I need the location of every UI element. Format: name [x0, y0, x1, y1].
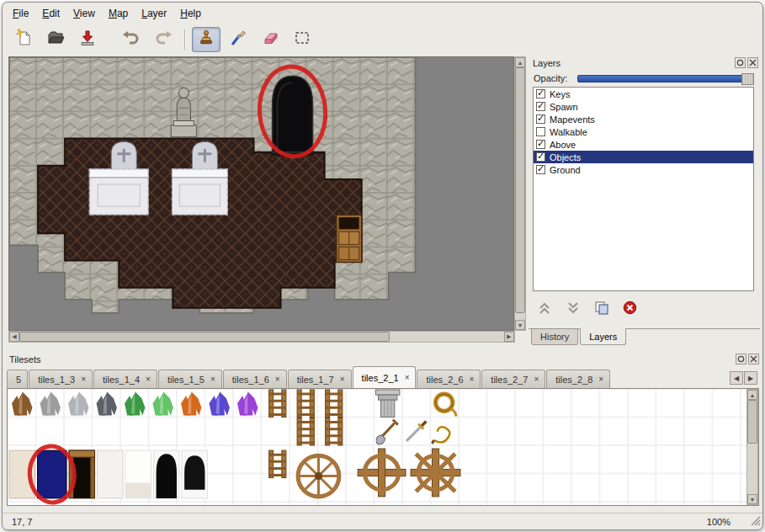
- layer-row-selected[interactable]: Objects: [534, 151, 753, 163]
- new-file-icon: [14, 29, 33, 51]
- tab-close-icon[interactable]: ×: [81, 375, 86, 384]
- tileset-art-svg: [8, 389, 746, 505]
- tileset-tab-label: tiles_2_1: [362, 373, 399, 383]
- tileset-tab[interactable]: tiles_2_7×: [481, 370, 545, 388]
- layer-checkbox[interactable]: [536, 127, 545, 136]
- move-layer-down-icon[interactable]: [566, 301, 581, 318]
- cursor-coordinates: 17, 7: [12, 517, 32, 527]
- tab-scroll-left-icon[interactable]: ◀: [730, 371, 743, 385]
- tab-scroll-arrows: ◀ ▶: [730, 371, 757, 385]
- menu-layer[interactable]: Layer: [135, 5, 173, 22]
- layer-checkbox[interactable]: [536, 140, 545, 149]
- undo-icon: [122, 29, 141, 50]
- layer-label: Walkable: [550, 127, 587, 137]
- tab-close-icon[interactable]: ×: [210, 375, 215, 384]
- layer-checkbox[interactable]: [536, 152, 545, 162]
- tileset-tab-label: 5: [16, 375, 21, 385]
- resize-grip[interactable]: [750, 515, 761, 528]
- layers-panel: Layers Opacity: Keys Spawn Mapevent: [529, 56, 760, 348]
- scroll-thumb[interactable]: [515, 67, 525, 313]
- layer-row[interactable]: Spawn: [534, 100, 753, 113]
- redo-button[interactable]: [149, 27, 178, 52]
- tab-layers[interactable]: Layers: [580, 328, 626, 345]
- tab-close-icon[interactable]: ×: [598, 375, 603, 384]
- tileset-tab-label: tiles_2_8: [555, 375, 592, 385]
- tileset-tabbar: 5 tiles_1_3× tiles_1_4× tiles_1_5× tiles…: [7, 364, 727, 388]
- layer-checkbox[interactable]: [536, 114, 545, 124]
- layer-row[interactable]: Keys: [534, 88, 753, 100]
- map-vertical-scrollbar[interactable]: ▲ ▼: [514, 56, 526, 331]
- delete-layer-icon[interactable]: [623, 301, 637, 318]
- scroll-right-icon[interactable]: ▶: [504, 332, 514, 342]
- layer-label: Mapevents: [550, 114, 595, 125]
- tab-scroll-right-icon[interactable]: ▶: [744, 371, 757, 385]
- tileset-tab[interactable]: tiles_1_5×: [158, 370, 222, 388]
- layer-checkbox[interactable]: [536, 165, 545, 174]
- layer-checkbox[interactable]: [536, 102, 545, 111]
- layer-row[interactable]: Mapevents: [534, 113, 753, 125]
- tab-history[interactable]: History: [531, 329, 578, 345]
- scroll-up-icon[interactable]: ▲: [515, 57, 525, 67]
- duplicate-layer-icon[interactable]: [594, 301, 609, 318]
- menu-view[interactable]: View: [66, 5, 102, 22]
- undo-button[interactable]: [117, 27, 146, 52]
- scroll-up-icon[interactable]: ▲: [747, 390, 757, 400]
- scroll-track[interactable]: [515, 67, 525, 320]
- layer-row[interactable]: Walkable: [534, 125, 753, 138]
- menu-help[interactable]: Help: [173, 5, 208, 22]
- tileset-tab[interactable]: 5: [7, 370, 28, 388]
- float-panel-icon[interactable]: [735, 57, 746, 68]
- map-canvas[interactable]: [8, 56, 514, 331]
- scroll-thumb[interactable]: [19, 332, 390, 342]
- tileset-tab[interactable]: tiles_1_4×: [93, 370, 157, 388]
- scroll-thumb[interactable]: [747, 400, 757, 444]
- scroll-track[interactable]: [19, 332, 504, 342]
- save-map-button[interactable]: [73, 27, 102, 52]
- scroll-left-icon[interactable]: ◀: [9, 332, 19, 342]
- select-tool-button[interactable]: [288, 27, 316, 52]
- new-map-button[interactable]: [9, 27, 38, 52]
- tileset-tab[interactable]: tiles_1_7×: [288, 370, 352, 388]
- layer-toolbar: [537, 301, 637, 318]
- layer-row[interactable]: Above: [534, 138, 753, 151]
- save-icon: [78, 29, 97, 51]
- layer-checkbox[interactable]: [536, 89, 545, 98]
- menu-file[interactable]: File: [6, 5, 35, 22]
- tab-close-icon[interactable]: ×: [534, 375, 539, 384]
- menu-edit[interactable]: Edit: [35, 5, 66, 22]
- tab-close-icon[interactable]: ×: [275, 375, 280, 384]
- opacity-slider[interactable]: [577, 75, 754, 82]
- tileset-tab[interactable]: tiles_1_6×: [223, 370, 287, 388]
- eraser-tool-button[interactable]: [256, 27, 284, 52]
- tileset-vertical-scrollbar[interactable]: ▲ ▼: [746, 389, 758, 505]
- brush-tool-button[interactable]: [224, 27, 252, 52]
- layer-list: Keys Spawn Mapevents Walkable Above Obje…: [533, 87, 754, 291]
- open-map-button[interactable]: [41, 27, 70, 52]
- tileset-tab[interactable]: tiles_2_8×: [546, 370, 610, 388]
- tab-close-icon[interactable]: ×: [146, 375, 151, 384]
- tileset-tab[interactable]: tiles_1_3×: [29, 370, 93, 388]
- toolbar: [9, 24, 320, 55]
- map-horizontal-scrollbar[interactable]: ◀ ▶: [8, 331, 515, 343]
- layer-row[interactable]: Ground: [534, 163, 753, 176]
- close-panel-icon[interactable]: [747, 57, 758, 68]
- scroll-track[interactable]: [747, 400, 757, 494]
- stamp-tool-button[interactable]: [192, 27, 220, 52]
- scroll-down-icon[interactable]: ▼: [515, 320, 525, 330]
- move-layer-up-icon[interactable]: [537, 301, 552, 318]
- tileset-tab[interactable]: tiles_2_6×: [417, 370, 481, 388]
- tileset-content[interactable]: ▲ ▼: [7, 388, 759, 506]
- scroll-down-icon[interactable]: ▼: [747, 494, 757, 504]
- track-junction-tile: [411, 449, 460, 497]
- menu-map[interactable]: Map: [102, 5, 135, 22]
- opacity-slider-handle[interactable]: [741, 73, 754, 85]
- tab-close-icon[interactable]: ×: [470, 375, 475, 384]
- tileset-tab-active[interactable]: tiles_2_1×: [353, 366, 417, 388]
- layers-panel-title: Layers: [529, 58, 735, 68]
- layers-panel-titlebar: Layers: [529, 56, 760, 69]
- layer-label: Keys: [550, 89, 570, 99]
- tab-close-icon[interactable]: ×: [340, 375, 345, 384]
- close-panel-icon[interactable]: [748, 354, 759, 364]
- tab-close-icon[interactable]: ×: [405, 374, 410, 382]
- float-panel-icon[interactable]: [736, 354, 746, 364]
